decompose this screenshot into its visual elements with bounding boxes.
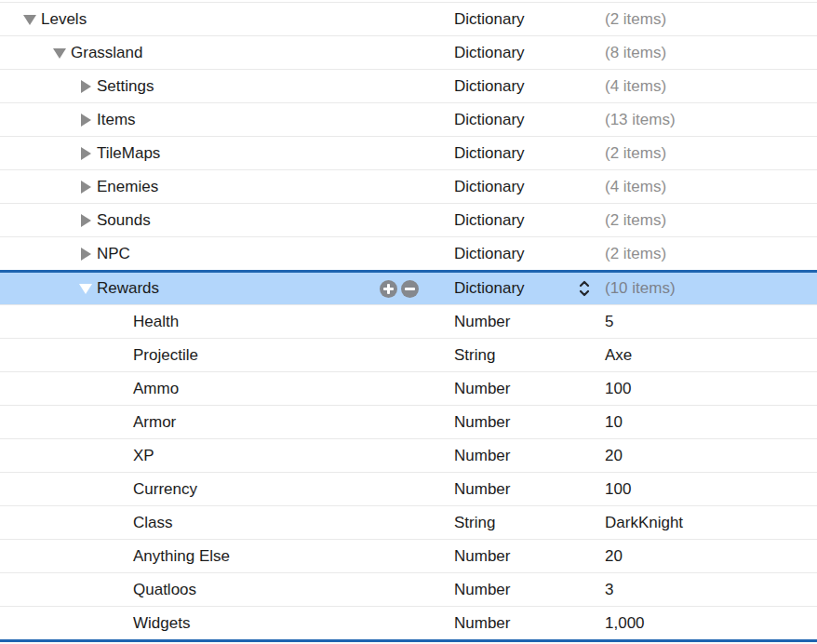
value-cell: (2 items) [603, 137, 817, 169]
key-cell: Settings [0, 70, 454, 102]
type-label: Dictionary [454, 211, 525, 230]
key-label: Settings [97, 77, 154, 96]
value-label: DarkKnight [605, 514, 683, 532]
plist-row-levels[interactable]: Levels Dictionary (2 items) [0, 2, 817, 35]
key-label: Levels [41, 10, 87, 29]
value-cell: DarkKnight [603, 506, 817, 539]
value-cell: 3 [603, 573, 817, 606]
value-label: (2 items) [605, 211, 666, 230]
value-label: 1,000 [605, 614, 645, 633]
key-cell: Health [0, 305, 454, 338]
type-label: Dictionary [454, 77, 525, 96]
row-buttons [380, 273, 419, 304]
type-popup[interactable]: Dictionary [454, 273, 603, 304]
value-label: 3 [605, 581, 613, 599]
plist-row-currency[interactable]: Currency Number 100 [0, 472, 817, 505]
value-cell: (2 items) [603, 204, 817, 236]
value-cell: 1,000 [603, 607, 817, 639]
plist-row-armor[interactable]: Armor Number 10 [0, 405, 817, 438]
key-cell: Projectile [0, 339, 454, 371]
value-label: (4 items) [605, 77, 666, 96]
type-cell: Dictionary [454, 137, 603, 169]
key-label: Grassland [71, 44, 142, 62]
key-label: Sounds [97, 211, 151, 230]
key-label: Projectile [133, 346, 198, 365]
type-label: Number [454, 547, 510, 566]
value-label: (10 items) [605, 279, 676, 298]
disclosure-collapsed-icon[interactable] [79, 248, 93, 261]
add-item-button[interactable] [380, 280, 397, 298]
plist-row-xp[interactable]: XP Number 20 [0, 438, 817, 472]
type-label: String [454, 514, 495, 532]
disclosure-collapsed-icon[interactable] [79, 80, 93, 93]
plist-row-tilemaps[interactable]: TileMaps Dictionary (2 items) [0, 136, 817, 169]
key-cell: Items [0, 103, 454, 136]
key-cell: XP [0, 439, 454, 472]
type-label: Number [454, 614, 510, 633]
type-cell: Number [454, 372, 603, 405]
disclosure-expanded-icon[interactable] [53, 47, 67, 60]
plist-row-settings[interactable]: Settings Dictionary (4 items) [0, 69, 817, 102]
plist-row-rewards-selected[interactable]: Rewards Dictionary (10 items) [0, 270, 817, 304]
disclosure-collapsed-icon[interactable] [79, 181, 93, 194]
type-cell: Number [454, 540, 603, 572]
plist-row-quatloos[interactable]: Quatloos Number 3 [0, 572, 817, 606]
value-label: (8 items) [605, 44, 666, 62]
key-label: Enemies [97, 178, 158, 196]
disclosure-collapsed-icon[interactable] [79, 147, 93, 160]
type-cell: Dictionary [454, 204, 603, 236]
type-cell: Dictionary [454, 103, 603, 136]
disclosure-expanded-icon[interactable] [23, 13, 37, 26]
type-label: Dictionary [454, 178, 525, 196]
type-label: Dictionary [454, 10, 525, 29]
plist-row-sounds[interactable]: Sounds Dictionary (2 items) [0, 203, 817, 236]
value-cell: 20 [603, 540, 817, 572]
key-label: Health [133, 313, 179, 331]
type-label: Dictionary [454, 279, 525, 298]
value-cell: (4 items) [603, 70, 817, 102]
value-label: (2 items) [605, 144, 666, 163]
plist-row-items[interactable]: Items Dictionary (13 items) [0, 102, 817, 136]
value-label: (13 items) [605, 111, 676, 129]
key-label: Quatloos [133, 581, 196, 599]
type-label: Dictionary [454, 144, 525, 163]
key-cell: Quatloos [0, 573, 454, 606]
type-cell: Number [454, 473, 603, 505]
value-cell: 100 [603, 473, 817, 505]
plist-row-enemies[interactable]: Enemies Dictionary (4 items) [0, 169, 817, 203]
disclosure-collapsed-icon[interactable] [79, 114, 93, 127]
type-label: Number [454, 313, 510, 331]
plist-row-npc[interactable]: NPC Dictionary (2 items) [0, 236, 817, 270]
key-label: Anything Else [133, 547, 230, 566]
value-label: (4 items) [605, 178, 666, 196]
type-label: Number [454, 480, 510, 499]
key-label: XP [133, 447, 154, 465]
value-label: 100 [605, 480, 631, 499]
disclosure-collapsed-icon[interactable] [79, 214, 93, 227]
disclosure-expanded-icon[interactable] [79, 282, 93, 295]
plist-row-anything-else[interactable]: Anything Else Number 20 [0, 539, 817, 572]
key-label: Items [97, 111, 136, 129]
key-cell: Levels [0, 3, 454, 35]
plist-row-widgets[interactable]: Widgets Number 1,000 [0, 606, 817, 639]
value-cell: 10 [603, 406, 817, 438]
type-cell: Dictionary [454, 170, 603, 203]
plist-row-ammo[interactable]: Ammo Number 100 [0, 371, 817, 405]
key-cell: Currency [0, 473, 454, 505]
value-label: 10 [605, 413, 623, 432]
value-cell: (4 items) [603, 170, 817, 203]
key-label: TileMaps [97, 144, 160, 163]
key-label: Ammo [133, 380, 179, 398]
type-label: Dictionary [454, 111, 525, 129]
plist-row-class[interactable]: Class String DarkKnight [0, 505, 817, 539]
key-cell: Widgets [0, 607, 454, 639]
type-cell: String [454, 506, 603, 539]
plist-row-grassland[interactable]: Grassland Dictionary (8 items) [0, 35, 817, 69]
minus-icon [405, 288, 415, 290]
plist-row-health[interactable]: Health Number 5 [0, 304, 817, 338]
type-stepper-icon[interactable] [579, 279, 590, 298]
key-label: Class [133, 514, 173, 532]
plist-row-projectile[interactable]: Projectile String Axe [0, 338, 817, 371]
key-cell: Enemies [0, 170, 454, 203]
remove-item-button[interactable] [401, 280, 419, 298]
